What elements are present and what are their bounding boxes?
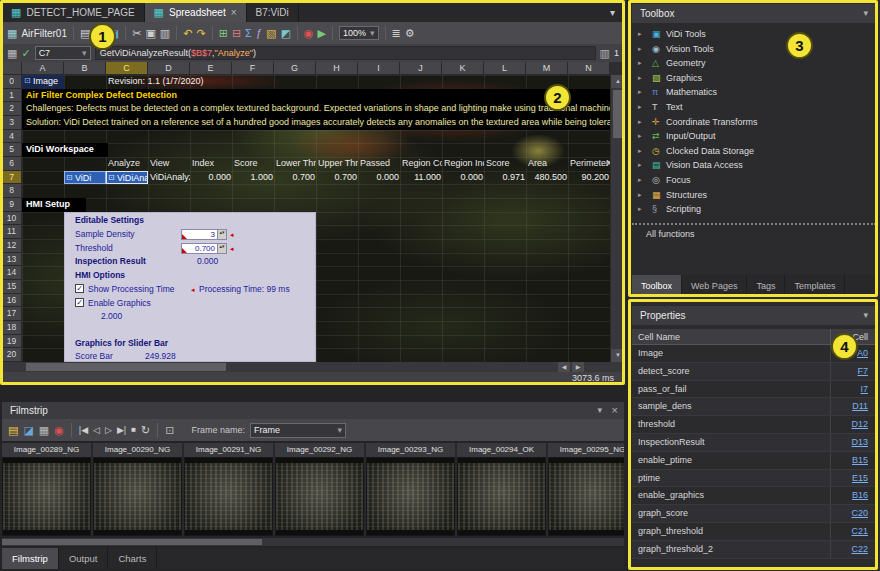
- property-row-enable-ptime[interactable]: enable_ptime B15: [632, 452, 876, 470]
- close-tab-icon[interactable]: ×: [231, 7, 237, 18]
- col-header-c[interactable]: C: [106, 62, 148, 75]
- insert-function-icon[interactable]: ƒ: [256, 28, 262, 39]
- row-header-4[interactable]: 4: [2, 130, 22, 144]
- spreadsheet-grid[interactable]: ⊡ Image Revision: 1.1 (1/7/2020) Air Fil…: [22, 75, 610, 362]
- row-header-11[interactable]: 11: [2, 225, 22, 239]
- row-header-5[interactable]: 5: [2, 143, 22, 157]
- property-row-pass-or-fail[interactable]: pass_or_fail I7: [632, 381, 876, 399]
- tree-expand-icon[interactable]: ▸: [638, 129, 642, 144]
- filmstrip-mode-icon[interactable]: ▦: [39, 425, 49, 436]
- cell-b7-vidi-tool[interactable]: ⊡ ViDi: [64, 171, 106, 185]
- row-header-17[interactable]: 17: [2, 307, 22, 321]
- cut-icon[interactable]: ✂: [132, 28, 141, 39]
- property-cell-link[interactable]: I7: [830, 381, 876, 398]
- cell-j7[interactable]: 11.000: [401, 172, 441, 182]
- thumbnail-image[interactable]: [2, 457, 91, 536]
- horizontal-scrollbar[interactable]: ◀ ▶: [2, 362, 622, 372]
- all-functions-item[interactable]: All functions: [646, 229, 695, 239]
- toolbox-item-vision-t0ols[interactable]: ▸ ◉ Vision Tools: [632, 42, 876, 57]
- cell-g7[interactable]: 0.700: [275, 172, 315, 182]
- panel-close-icon[interactable]: ×: [612, 402, 618, 419]
- tree-expand-icon[interactable]: ▸: [638, 71, 642, 86]
- sum-icon[interactable]: Σ: [245, 28, 252, 39]
- camera-icon[interactable]: ⊡: [165, 425, 174, 436]
- cell-l7[interactable]: 0.971: [485, 172, 525, 182]
- toolbox-item-coordinate-transforms[interactable]: ▸ ✛ Coordinate Transforms: [632, 115, 876, 130]
- tree-expand-icon[interactable]: ▸: [638, 42, 642, 57]
- tab-b7-vidi[interactable]: B7:ViDi: [247, 2, 299, 22]
- row-header-12[interactable]: 12: [2, 239, 22, 253]
- thumbnail-image-00291[interactable]: Image_00291_NG: [184, 443, 273, 536]
- show-processing-time-checkbox[interactable]: ✓: [75, 284, 84, 293]
- tab-spreadsheet[interactable]: ▦ Spreadsheet ×: [145, 2, 247, 22]
- tree-expand-icon[interactable]: ▸: [638, 85, 642, 100]
- property-cell-link[interactable]: F7: [830, 363, 876, 380]
- vertical-scroll-thumb[interactable]: [613, 90, 623, 138]
- thumbnail-image[interactable]: [93, 457, 182, 536]
- row-header-14[interactable]: 14: [2, 266, 22, 280]
- thumbnail-image[interactable]: [275, 457, 364, 536]
- row-header-0[interactable]: 0: [2, 75, 22, 89]
- enable-graphics-checkbox[interactable]: ✓: [75, 298, 84, 307]
- delete-row-icon[interactable]: ⊟: [232, 28, 241, 39]
- toolbox-item-graphics[interactable]: ▸ ▧ Graphics: [632, 71, 876, 86]
- comment-icon[interactable]: ▧: [266, 28, 276, 39]
- toolbox-item-focus[interactable]: ▸ ◎ Focus: [632, 173, 876, 188]
- panel-chevron-down-icon[interactable]: ▾: [863, 306, 868, 325]
- cell-h7[interactable]: 0.700: [317, 172, 357, 182]
- formula-input[interactable]: GetViDiAnalyzeResult($B$7,"Analyze"): [95, 46, 596, 60]
- col-header-j[interactable]: J: [400, 62, 442, 75]
- record-icon[interactable]: ◉: [54, 425, 64, 436]
- tab-detect-home-page[interactable]: ▦ DETECT_HOME_PAGE: [2, 2, 145, 22]
- cell-e7[interactable]: 0.000: [191, 172, 231, 182]
- save-images-icon[interactable]: ◪: [23, 425, 33, 436]
- row-header-16[interactable]: 16: [2, 294, 22, 308]
- thumbnail-image-00289[interactable]: Image_00289_NG: [2, 443, 91, 536]
- tab-tags[interactable]: Tags: [747, 275, 785, 296]
- row-header-9[interactable]: 9: [2, 198, 22, 212]
- redo-icon[interactable]: ↷: [196, 28, 205, 39]
- scroll-up-icon[interactable]: ▲: [611, 75, 625, 88]
- row-header-10[interactable]: 10: [2, 212, 22, 226]
- undo-icon[interactable]: ↶: [183, 28, 192, 39]
- col-header-l[interactable]: L: [484, 62, 526, 75]
- cell-k7[interactable]: 0.000: [443, 172, 483, 182]
- row-header-2[interactable]: 2: [2, 102, 22, 116]
- open-images-folder-icon[interactable]: ▤: [8, 425, 18, 436]
- page-icon[interactable]: ▥: [600, 48, 610, 59]
- cell-d7-label[interactable]: ViDiAnalyze: [150, 172, 190, 182]
- settings-icon[interactable]: ⚙: [405, 28, 415, 39]
- panel-chevron-down-icon[interactable]: ▾: [597, 402, 602, 419]
- property-cell-link[interactable]: C20: [830, 505, 876, 522]
- tree-expand-icon[interactable]: ▸: [638, 173, 642, 188]
- col-header-k[interactable]: K: [442, 62, 484, 75]
- row-header-18[interactable]: 18: [2, 321, 22, 335]
- property-cell-link[interactable]: B16: [830, 487, 876, 504]
- property-row-ptime[interactable]: ptime E15: [632, 470, 876, 488]
- property-cell-link[interactable]: C22: [830, 541, 876, 558]
- property-row-threshold[interactable]: threshold D12: [632, 416, 876, 434]
- tab-web-pages[interactable]: Web Pages: [682, 275, 747, 296]
- toolbox-item-text[interactable]: ▸ T Text: [632, 100, 876, 115]
- tab-toolbox[interactable]: Toolbox: [632, 275, 682, 296]
- cell-c7-selected[interactable]: ⊡ ViDiAnalyze: [106, 171, 148, 185]
- revision-text[interactable]: Revision: 1.1 (1/7/2020): [108, 75, 204, 89]
- row-header-13[interactable]: 13: [2, 253, 22, 267]
- loop-icon[interactable]: ↻: [141, 425, 150, 436]
- scroll-right-icon[interactable]: ▶: [572, 362, 584, 372]
- cell-m7[interactable]: 480.500: [527, 172, 567, 182]
- col-header-b[interactable]: B: [64, 62, 106, 75]
- vertical-scrollbar[interactable]: ▲ ▼: [610, 75, 624, 362]
- row-header-19[interactable]: 19: [2, 335, 22, 349]
- cell-a0[interactable]: ⊡ Image: [22, 75, 64, 89]
- tree-expand-icon[interactable]: ▸: [638, 158, 642, 173]
- zoom-select[interactable]: 100% ▾: [339, 26, 379, 40]
- tree-expand-icon[interactable]: ▸: [638, 56, 642, 71]
- property-cell-link[interactable]: B15: [830, 452, 876, 469]
- thumbnail-image-00294[interactable]: Image_00294_OK: [457, 443, 546, 536]
- select-all-corner[interactable]: [2, 62, 22, 75]
- spinner-arrows-icon[interactable]: ▴▾: [217, 244, 226, 253]
- tab-output[interactable]: Output: [59, 548, 109, 569]
- property-row-detect-score[interactable]: detect_score F7: [632, 363, 876, 381]
- cell-n7[interactable]: 90.200: [569, 172, 609, 182]
